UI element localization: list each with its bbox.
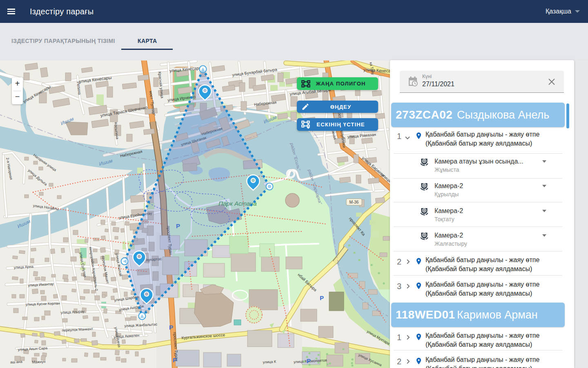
svg-text:улица К: улица К [263, 359, 276, 364]
svg-text:М-36: М-36 [350, 200, 359, 204]
svg-text:Мажнун: Мажнун [32, 359, 46, 364]
svg-text:P: P [173, 357, 177, 364]
svg-text:аш ана: аш ана [10, 359, 22, 364]
svg-text:P: P [307, 357, 311, 364]
svg-text:P: P [320, 294, 324, 301]
svg-text:P: P [169, 324, 173, 331]
